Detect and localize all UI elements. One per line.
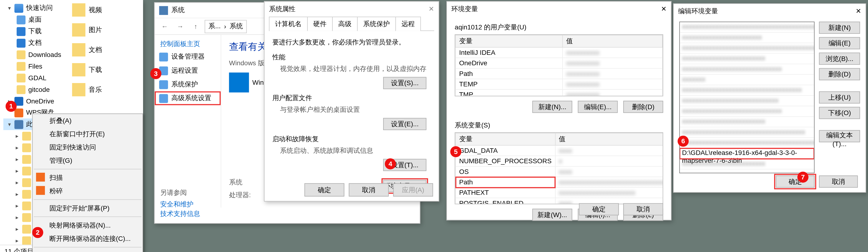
ok-button[interactable]: 确定 — [305, 183, 344, 196]
list-item[interactable]: xxxxxxxxxxxxxxxxxxxxxxxxxxxxx — [680, 96, 814, 106]
list-item[interactable]: xxxxxxx — [680, 75, 814, 85]
tab-remote[interactable]: 远程 — [395, 16, 421, 31]
folder-icon — [72, 83, 85, 96]
close-icon[interactable]: ✕ — [429, 5, 434, 13]
list-item[interactable]: xxxxxxxxxxxxxxxxxxxxxxxxxxxxxx — [680, 106, 814, 117]
tab-protect[interactable]: 系统保护 — [357, 16, 396, 31]
cell: xxxxxxxxxxxxxxxxxxxxxxx — [555, 187, 663, 198]
edit-text-button[interactable]: 编辑文本(T)... — [819, 130, 860, 142]
menu-pin-quick[interactable]: 固定到快速访问 — [33, 141, 143, 154]
list-item[interactable]: xxxxxxxxxxxxxxxxxxxxxxxxx — [680, 159, 814, 170]
path-list[interactable]: xxxxxxxxxxxxxxxxxxxxxxxxxxxxxxxxxxxxxxxx… — [679, 22, 814, 173]
list-item[interactable]: xxxxxxxxxxxxxxxxxxxxxxxxxxxxxxxxxxxxxxxx… — [680, 43, 814, 53]
user-vars-table[interactable]: 变量值 IntelliJ IDEAxxxxxxxxxx OneDrivexxxx… — [455, 34, 663, 96]
titlebar[interactable]: 系统属性✕ — [265, 2, 439, 16]
new-button[interactable]: 新建(N) — [819, 22, 860, 34]
close-icon[interactable]: ✕ — [661, 5, 666, 13]
table-row[interactable]: NUMBER_OF_PROCESSORSx — [456, 156, 663, 166]
close-icon[interactable]: ✕ — [856, 7, 861, 15]
crumb[interactable]: 系... — [209, 22, 221, 31]
tab-computer-name[interactable]: 计算机名 — [269, 16, 308, 31]
folder-icon — [22, 236, 31, 245]
menu-manage[interactable]: 管理(G) — [33, 154, 143, 167]
table-row[interactable]: GDAL_DATAxxxx — [456, 145, 663, 156]
tile-music[interactable]: 音乐 — [70, 80, 143, 100]
ok-button[interactable]: 确定 — [579, 203, 619, 215]
new-sys-var-button[interactable]: 新建(W)... — [532, 209, 572, 221]
link-protect[interactable]: 系统保护 — [155, 78, 221, 92]
list-item[interactable]: xxxxxxxxxxxxxxxxxxxxxxxxxxxxxxxxxxxxxxxx… — [680, 22, 814, 33]
list-item-selected[interactable]: D:\GDAL\release-1916-x64-gdal-3-3-0-maps… — [680, 148, 814, 159]
edit-button[interactable]: 编辑(E) — [819, 37, 860, 49]
folder-icon — [22, 213, 31, 222]
menu-pin-start[interactable]: 固定到"开始"屏幕(P) — [33, 202, 143, 215]
tile-downloads[interactable]: 下载 — [70, 60, 143, 80]
menu-collapse[interactable]: 折叠(A) — [33, 114, 143, 128]
content-tiles: 视频 图片 文档 下载 音乐 — [70, 0, 143, 100]
move-down-button[interactable]: 下移(O) — [819, 107, 860, 119]
titlebar[interactable]: 编辑环境变量✕ — [674, 4, 866, 18]
cancel-button[interactable]: 取消 — [349, 183, 389, 196]
list-item[interactable]: xxxxxxxxxxxxxxxxxxxxxxxxx — [680, 53, 814, 64]
ok-button[interactable]: 确定 — [776, 176, 814, 188]
profile-settings-button[interactable]: 设置(E)... — [383, 118, 426, 130]
menu-disconnect[interactable]: 断开网络驱动器的连接(C)... — [33, 232, 143, 245]
col-variable[interactable]: 变量 — [456, 133, 555, 145]
menu-open-new[interactable]: 在新窗口中打开(E) — [33, 128, 143, 141]
forward-button[interactable]: → — [174, 20, 187, 33]
perf-settings-button[interactable]: 设置(S)... — [383, 77, 426, 89]
list-item[interactable]: xxxxxxxxxxxxxxxxxxxxxxxxxxxxxxxxxxxx — [680, 85, 814, 96]
browse-button[interactable]: 浏览(B)... — [819, 53, 860, 65]
tile-videos[interactable]: 视频 — [70, 0, 143, 20]
cp-home-link[interactable]: 控制面板主页 — [155, 38, 221, 50]
col-value[interactable]: 值 — [555, 133, 663, 145]
list-item[interactable]: xxxxxxxxxxxxxxxxxxxxxxxxxxxxxxxxxxxxxxxx… — [680, 138, 814, 148]
link-security[interactable]: 安全和维护 — [160, 201, 193, 208]
menu-scan[interactable]: 扫描 — [33, 171, 143, 184]
list-item[interactable]: xxxxxxxxxxxxxxxxxxxxxxxxx — [680, 117, 814, 127]
cancel-button[interactable]: 取消 — [819, 176, 858, 188]
table-row[interactable]: Pathxxxxxxxxxx — [456, 68, 662, 79]
tab-hardware[interactable]: 硬件 — [307, 16, 333, 31]
table-row[interactable]: PATHEXTxxxxxxxxxxxxxxxxxxxxxxx — [456, 187, 663, 198]
cell: TEMP — [456, 79, 563, 89]
delete-button[interactable]: 删除(D) — [819, 68, 860, 80]
menu-map-drive[interactable]: 映射网络驱动器(N)... — [33, 219, 143, 232]
col-value[interactable]: 值 — [563, 35, 662, 47]
breadcrumb[interactable]: 系...› 系统 — [205, 20, 247, 33]
table-row[interactable]: TEMPxxxxxxxxxx — [456, 79, 662, 89]
table-row[interactable]: OSxxxx — [456, 166, 663, 177]
table-row[interactable]: OneDrivexxxxxxxxxx — [456, 58, 662, 68]
titlebar[interactable]: 环境变量✕ — [447, 2, 671, 16]
delete-user-var-button[interactable]: 删除(D) — [623, 101, 663, 113]
menu-add-location[interactable]: 添加一个网络位置(L) — [33, 249, 143, 252]
back-button[interactable]: ← — [158, 20, 172, 33]
up-button[interactable]: ↑ — [189, 20, 203, 33]
col-variable[interactable]: 变量 — [456, 35, 563, 47]
cell: POSTGIS_ENABLED — [456, 198, 555, 204]
table-row[interactable]: Pathxxxxxxxxxxxxxxxxxxxxxxxxxxxxxxxx — [456, 177, 663, 187]
table-row[interactable]: TMPxxxxxxxxxx — [456, 89, 662, 96]
system-vars-table[interactable]: 变量值 GDAL_DATAxxxx NUMBER_OF_PROCESSORSx … — [455, 133, 663, 204]
shield-icon — [159, 94, 168, 103]
cancel-button[interactable]: 取消 — [623, 203, 663, 215]
link-advanced-settings[interactable]: 高级系统设置 — [155, 92, 221, 105]
move-up-button[interactable]: 上移(U) — [819, 92, 860, 103]
new-user-var-button[interactable]: 新建(N)... — [532, 101, 572, 113]
link-tech-support[interactable]: 技术支持信息 — [160, 210, 200, 218]
list-item[interactable]: xxxxxxxxxxxxxxxxxxxxxxxx — [680, 33, 814, 43]
list-item[interactable]: xxxxxxxxxxxxxxxxxxxxxxxxxxxxxx — [680, 64, 814, 75]
list-item[interactable]: xxxxxxxxxxxxxxxxxxxxxxxxxxxxxxxxxxxxx — [680, 128, 814, 138]
cell: xxxxxxxxxx — [563, 89, 662, 96]
menu-shred[interactable]: 粉碎 — [33, 184, 143, 197]
edit-user-var-button[interactable]: 编辑(E)... — [578, 101, 618, 113]
link-device-manager[interactable]: 设备管理器 — [155, 50, 221, 64]
link-remote[interactable]: 远程设置 — [155, 64, 221, 77]
apply-button[interactable]: 应用(A) — [393, 183, 433, 196]
tab-advanced[interactable]: 高级 — [332, 16, 358, 31]
table-row[interactable]: IntelliJ IDEAxxxxxxxxxx — [456, 47, 662, 58]
crumb[interactable]: 系统 — [229, 22, 243, 31]
tile-pictures[interactable]: 图片 — [70, 20, 143, 40]
dialog-buttons: 确定 取消 应用(A) — [305, 183, 433, 196]
tile-docs[interactable]: 文档 — [70, 40, 143, 60]
